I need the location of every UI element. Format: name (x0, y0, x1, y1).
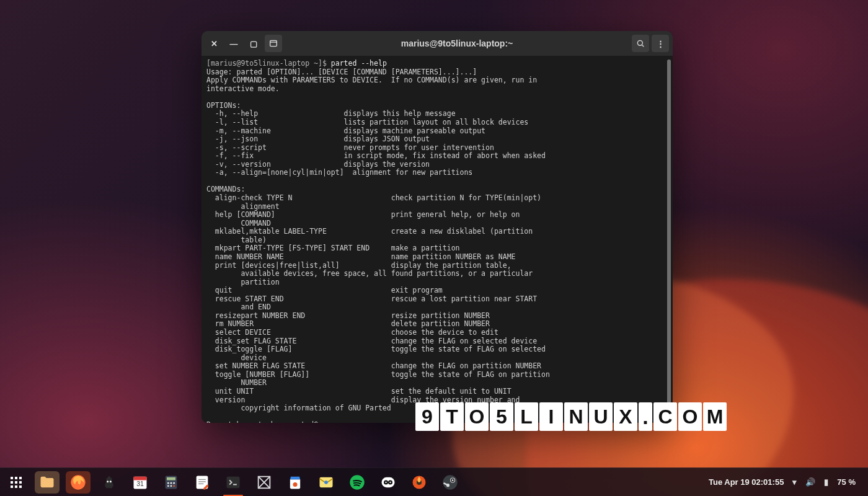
watermark-tile: O (465, 402, 489, 431)
watermark-tile: M (703, 402, 727, 431)
menu-button[interactable]: ⋮ (652, 35, 669, 52)
watermark-tile: I (539, 402, 563, 431)
dock-app-list: 31 (4, 471, 463, 494)
watermark-tile: . (639, 402, 652, 431)
minimize-button[interactable]: — (225, 35, 242, 52)
svg-point-1 (637, 40, 642, 45)
svg-point-10 (167, 482, 169, 484)
svg-point-15 (173, 485, 175, 487)
dock-icon-terminal[interactable] (221, 471, 246, 494)
svg-point-30 (443, 475, 457, 489)
watermark-tile: 5 (490, 402, 513, 431)
svg-point-19 (293, 482, 298, 487)
dock-icon-calendar[interactable]: 31 (128, 471, 153, 494)
svg-point-13 (167, 485, 169, 487)
svg-rect-17 (227, 476, 240, 488)
svg-point-26 (385, 481, 386, 482)
svg-text:31: 31 (136, 479, 144, 487)
window-title: marius@9to5linux-laptop:~ (285, 38, 629, 48)
dock-icon-spotify[interactable] (345, 471, 370, 494)
dock-icon-text-editor[interactable] (190, 471, 215, 494)
taskbar: 31 Tue Apr 19 02:01:55 ▾ 🔊 ▮ 75 % (0, 467, 868, 496)
watermark-tile: T (440, 402, 464, 431)
prompt-host: [marius@9to5linux-laptop ~]$ (206, 59, 331, 68)
watermark-tile: 9 (415, 402, 439, 431)
dock-icon-firefox[interactable] (66, 471, 91, 494)
dock-icon-owl[interactable] (376, 471, 401, 494)
dock-icon-steam[interactable] (438, 471, 463, 494)
dock-icon-hollow-knight[interactable] (97, 471, 122, 494)
maximize-button[interactable]: ▢ (245, 35, 262, 52)
svg-point-14 (170, 485, 172, 487)
watermark-tile: L (515, 402, 538, 431)
system-tray: Tue Apr 19 02:01:55 ▾ 🔊 ▮ 75 % (709, 477, 864, 487)
new-tab-button[interactable] (265, 35, 282, 52)
terminal-lines: Usage: parted [OPTION]... [DEVICE [COMMA… (206, 68, 550, 423)
dock-icon-boxes[interactable] (252, 471, 277, 494)
network-icon[interactable]: ▾ (792, 477, 797, 487)
search-button[interactable] (632, 35, 649, 52)
dock-icon-obs[interactable] (407, 471, 432, 494)
clock[interactable]: Tue Apr 19 02:01:55 (709, 477, 784, 487)
dock-icon-software[interactable] (283, 471, 308, 494)
svg-point-3 (107, 480, 108, 482)
svg-point-4 (110, 480, 112, 482)
svg-point-32 (452, 479, 454, 480)
watermark-tile: C (653, 402, 677, 431)
dock-icon-calculator[interactable] (159, 471, 184, 494)
watermark-tile: O (678, 402, 702, 431)
watermark-tile: U (589, 402, 613, 431)
prompt-command: parted --help (331, 59, 387, 68)
watermark-tile: X (614, 402, 637, 431)
dock-icon-files[interactable] (35, 471, 60, 494)
dock-icon-show-applications[interactable] (4, 471, 29, 494)
window-titlebar[interactable]: ✕ — ▢ marius@9to5linux-laptop:~ ⋮ (202, 31, 673, 56)
svg-point-21 (324, 480, 328, 484)
dock-icon-mail[interactable] (314, 471, 339, 494)
battery-percent[interactable]: 75 % (837, 477, 856, 487)
svg-rect-9 (167, 477, 175, 480)
battery-icon[interactable]: ▮ (824, 477, 828, 487)
svg-point-27 (389, 481, 391, 482)
close-button[interactable]: ✕ (205, 35, 223, 52)
svg-rect-0 (270, 40, 277, 46)
volume-icon[interactable]: 🔊 (805, 477, 815, 487)
scrollbar-thumb[interactable] (667, 60, 671, 407)
terminal-window: ✕ — ▢ marius@9to5linux-laptop:~ ⋮ [mariu… (202, 31, 673, 423)
watermark-tile: N (564, 402, 588, 431)
site-watermark: 9TO5LINUX.COM (415, 402, 727, 431)
terminal-output[interactable]: [marius@9to5linux-laptop ~]$ parted --he… (202, 56, 673, 423)
svg-point-12 (173, 482, 175, 484)
svg-point-11 (170, 482, 172, 484)
